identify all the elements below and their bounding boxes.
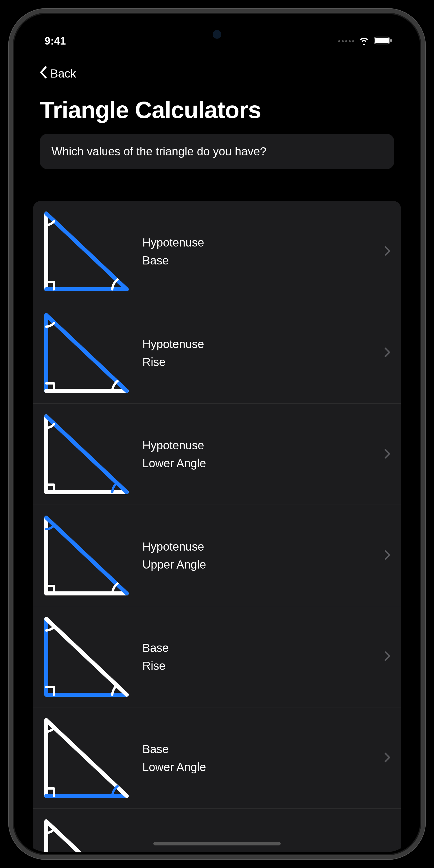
option-row[interactable]: BaseRise (33, 606, 401, 707)
triangle-icon (41, 311, 131, 395)
page-title: Triangle Calculators (33, 88, 401, 134)
option-label-line: Rise (142, 657, 384, 675)
chevron-right-icon (384, 550, 391, 561)
wifi-icon (358, 36, 370, 46)
option-list: HypotenuseBase HypotenuseRise Hypotenuse… (33, 201, 401, 852)
phone-frame: 9:41 Back Triangle Calculators (9, 9, 425, 859)
back-label: Back (50, 67, 76, 80)
option-row[interactable]: HypotenuseLower Angle (33, 403, 401, 505)
chevron-right-icon (384, 651, 391, 662)
option-label-line: Base (142, 639, 384, 657)
chevron-left-icon (39, 66, 48, 81)
option-labels: BaseRise (142, 639, 384, 675)
option-label-line: Base (142, 251, 384, 269)
option-labels: HypotenuseRise (142, 335, 384, 371)
option-label-line: Hypotenuse (142, 234, 384, 251)
option-label-line: Hypotenuse (142, 537, 384, 556)
phone-screen: 9:41 Back Triangle Calculators (16, 16, 418, 852)
triangle-icon (41, 615, 131, 699)
svg-rect-1 (375, 38, 389, 43)
option-label-line: Base (142, 740, 384, 758)
option-row[interactable] (33, 808, 401, 852)
side-button (9, 175, 10, 212)
option-label-line: Lower Angle (142, 454, 384, 472)
side-button (9, 236, 10, 305)
chevron-right-icon (384, 752, 391, 764)
option-labels: HypotenuseLower Angle (142, 436, 384, 472)
option-row[interactable]: HypotenuseBase (33, 201, 401, 302)
triangle-icon (41, 817, 131, 852)
option-row[interactable]: HypotenuseRise (33, 302, 401, 403)
option-label-line: Lower Angle (142, 758, 384, 776)
option-row[interactable]: BaseLower Angle (33, 707, 401, 808)
option-labels: BaseLower Angle (142, 740, 384, 776)
option-labels: HypotenuseBase (142, 234, 384, 269)
home-indicator[interactable] (153, 842, 281, 845)
chevron-right-icon (384, 347, 391, 359)
option-row[interactable]: HypotenuseUpper Angle (33, 505, 401, 606)
status-bar: 9:41 (16, 16, 418, 50)
chevron-right-icon (384, 448, 391, 460)
battery-icon (374, 36, 392, 46)
triangle-icon (41, 514, 131, 597)
triangle-icon (41, 716, 131, 800)
side-button (9, 319, 10, 389)
status-indicators (338, 36, 392, 46)
back-button[interactable]: Back (33, 53, 76, 88)
option-label-line: Upper Angle (142, 556, 384, 574)
option-label-line: Rise (142, 353, 384, 371)
triangle-icon (41, 412, 131, 496)
svg-rect-2 (390, 39, 392, 42)
option-labels: HypotenuseUpper Angle (142, 537, 384, 574)
option-label-line: Hypotenuse (142, 335, 384, 353)
chevron-right-icon (384, 246, 391, 257)
content-area: Back Triangle Calculators Which values o… (16, 53, 418, 852)
status-time: 9:41 (44, 35, 66, 47)
triangle-icon (41, 210, 131, 293)
cellular-icon (338, 40, 354, 42)
option-label-line: Hypotenuse (142, 436, 384, 454)
side-button (424, 250, 425, 354)
prompt-banner: Which values of the triangle do you have… (40, 134, 394, 169)
